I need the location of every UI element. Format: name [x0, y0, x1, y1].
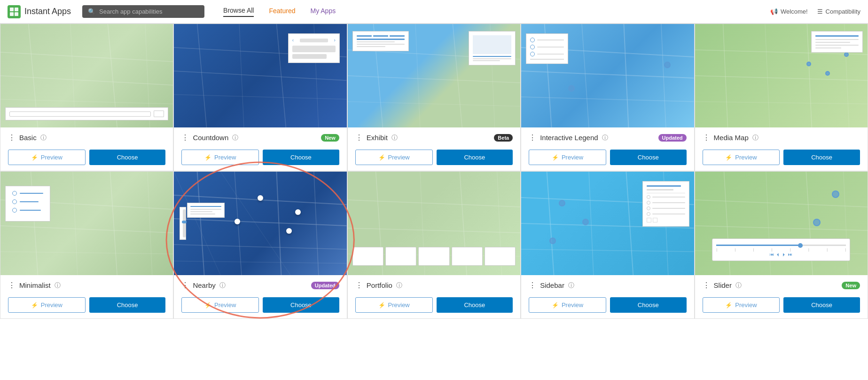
- card-interactive-legend-choose-label: Choose: [638, 154, 659, 161]
- nearby-dot-2: [235, 219, 240, 224]
- card-media-map-choose-button[interactable]: Choose: [783, 150, 860, 165]
- bolt-icon-minimalist: [31, 301, 38, 309]
- bolt-icon-sidebar: [552, 301, 559, 309]
- card-countdown-choose-label: Choose: [290, 154, 312, 161]
- svg-line-22: [415, 24, 420, 127]
- card-interactive-legend-choose-button[interactable]: Choose: [610, 150, 687, 165]
- minimalist-ui-mock: [5, 186, 50, 222]
- svg-line-15: [239, 24, 244, 127]
- card-portfolio-preview-button[interactable]: Preview: [355, 297, 433, 313]
- card-interactive-legend: ⋮ Interactive Legend ⓘ Updated Preview C…: [521, 24, 694, 171]
- exhibit-ui-mock-2: [469, 31, 516, 65]
- card-countdown-info: ⋮ Countdown ⓘ New: [174, 127, 346, 150]
- card-minimalist-preview-label: Preview: [41, 301, 63, 309]
- search-icon: 🔍: [88, 8, 95, 15]
- card-minimalist-menu-icon[interactable]: ⋮: [8, 281, 16, 290]
- svg-line-54: [314, 172, 319, 275]
- bolt-icon-portfolio: [378, 301, 385, 309]
- card-nearby-info: ⋮ Nearby ⓘ Updated: [174, 275, 346, 297]
- card-slider-choose-button[interactable]: Choose: [783, 297, 860, 313]
- card-basic-info: ⋮ Basic ⓘ: [0, 127, 173, 150]
- card-basic-choose-button[interactable]: Choose: [89, 150, 166, 165]
- card-interactive-legend-preview-button[interactable]: Preview: [529, 150, 606, 165]
- card-countdown-info-icon[interactable]: ⓘ: [232, 134, 238, 142]
- svg-line-44: [110, 172, 117, 275]
- card-minimalist-info-icon[interactable]: ⓘ: [55, 281, 61, 290]
- card-basic-preview-button[interactable]: Preview: [8, 150, 86, 165]
- card-nearby-menu-icon[interactable]: ⋮: [181, 281, 189, 290]
- card-countdown-actions: Preview Choose: [174, 150, 346, 171]
- card-countdown-menu-icon[interactable]: ⋮: [181, 133, 189, 142]
- card-nearby-thumbnail: [174, 172, 346, 275]
- card-media-map-menu-icon[interactable]: ⋮: [703, 133, 710, 142]
- card-slider-info-icon[interactable]: ⓘ: [735, 281, 742, 290]
- card-sidebar-preview-button[interactable]: Preview: [529, 297, 606, 313]
- search-bar[interactable]: 🔍 Search app capabilities: [82, 5, 204, 18]
- nearby-dot-4: [295, 209, 301, 215]
- welcome-button[interactable]: 📢 Welcome!: [770, 8, 808, 15]
- card-minimalist-choose-button[interactable]: Choose: [89, 297, 166, 313]
- card-portfolio-menu-icon[interactable]: ⋮: [355, 281, 363, 290]
- card-nearby-preview-button[interactable]: Preview: [181, 297, 259, 313]
- card-portfolio-info-icon[interactable]: ⓘ: [396, 281, 402, 290]
- tab-my-apps[interactable]: My Apps: [310, 7, 336, 16]
- svg-line-66: [521, 249, 694, 252]
- card-slider-menu-icon[interactable]: ⋮: [703, 281, 710, 290]
- card-slider-badge: New: [842, 282, 860, 289]
- svg-line-34: [695, 102, 868, 104]
- card-nearby-choose-button[interactable]: Choose: [263, 297, 339, 313]
- card-interactive-legend-menu-icon[interactable]: ⋮: [529, 133, 536, 142]
- card-exhibit-name: Exhibit: [367, 134, 388, 142]
- card-media-map-name: Media Map: [714, 134, 749, 142]
- card-nearby-name: Nearby: [193, 281, 215, 289]
- card-exhibit-menu-icon[interactable]: ⋮: [355, 133, 363, 142]
- card-sidebar-choose-button[interactable]: Choose: [610, 297, 687, 313]
- card-basic-menu-icon[interactable]: ⋮: [8, 133, 16, 142]
- card-exhibit-info: ⋮ Exhibit ⓘ Beta: [348, 127, 520, 150]
- card-interactive-legend-info-icon[interactable]: ⓘ: [602, 134, 608, 142]
- card-portfolio-choose-label: Choose: [464, 301, 485, 309]
- media-map-pin-3: [825, 71, 830, 76]
- card-media-map-info-icon[interactable]: ⓘ: [752, 134, 759, 142]
- tab-featured[interactable]: Featured: [269, 7, 295, 16]
- card-countdown-choose-button[interactable]: Choose: [263, 150, 339, 165]
- card-countdown-badge: New: [321, 134, 339, 142]
- card-exhibit-info-icon[interactable]: ⓘ: [391, 134, 398, 142]
- card-portfolio-actions: Preview Choose: [348, 297, 520, 318]
- card-countdown-preview-button[interactable]: Preview: [181, 150, 259, 165]
- svg-line-71: [695, 200, 868, 207]
- card-basic-info-icon[interactable]: ⓘ: [40, 134, 47, 142]
- tab-browse-all[interactable]: Browse All: [223, 7, 254, 17]
- media-map-ui-mock: [811, 31, 863, 53]
- card-slider-info: ⋮ Slider ⓘ New: [695, 275, 868, 297]
- card-portfolio-preview-label: Preview: [388, 301, 410, 309]
- countdown-ui-mock: ‹ ›: [288, 33, 340, 63]
- svg-line-51: [197, 172, 204, 275]
- card-sidebar-menu-icon[interactable]: ⋮: [529, 281, 536, 290]
- card-slider-preview-button[interactable]: Preview: [703, 297, 780, 313]
- card-exhibit-preview-button[interactable]: Preview: [355, 150, 433, 165]
- bolt-icon-mediamap: [725, 154, 732, 161]
- card-minimalist-choose-label: Choose: [117, 301, 138, 309]
- svg-line-36: [765, 24, 770, 127]
- compatibility-button[interactable]: ☰ Compatibility: [817, 8, 860, 15]
- card-media-map-preview-button[interactable]: Preview: [703, 150, 780, 165]
- card-exhibit-choose-button[interactable]: Choose: [437, 150, 513, 165]
- card-nearby-info-icon[interactable]: ⓘ: [219, 281, 226, 290]
- svg-line-26: [521, 71, 694, 78]
- card-portfolio-thumbnail: [348, 172, 520, 275]
- card-basic-preview-label: Preview: [41, 154, 63, 161]
- card-exhibit-badge: Beta: [494, 134, 513, 142]
- main-content: ⋮ Basic ⓘ Preview Choose: [0, 24, 868, 319]
- card-media-map-thumbnail: [695, 24, 868, 127]
- nearby-list-mock: [187, 203, 225, 218]
- card-nearby-badge: Updated: [311, 282, 339, 289]
- card-minimalist-preview-button[interactable]: Preview: [8, 297, 86, 313]
- svg-line-16: [277, 24, 286, 127]
- card-sidebar-info: ⋮ Sidebar ⓘ: [521, 275, 694, 297]
- card-countdown-name: Countdown: [193, 134, 228, 142]
- card-sidebar-info-icon[interactable]: ⓘ: [568, 281, 574, 290]
- slider-ui-mock: |||||||| ⏮⏴⏵⏭: [712, 238, 850, 261]
- card-interactive-legend-name: Interactive Legend: [540, 134, 598, 142]
- card-portfolio-choose-button[interactable]: Choose: [437, 297, 513, 313]
